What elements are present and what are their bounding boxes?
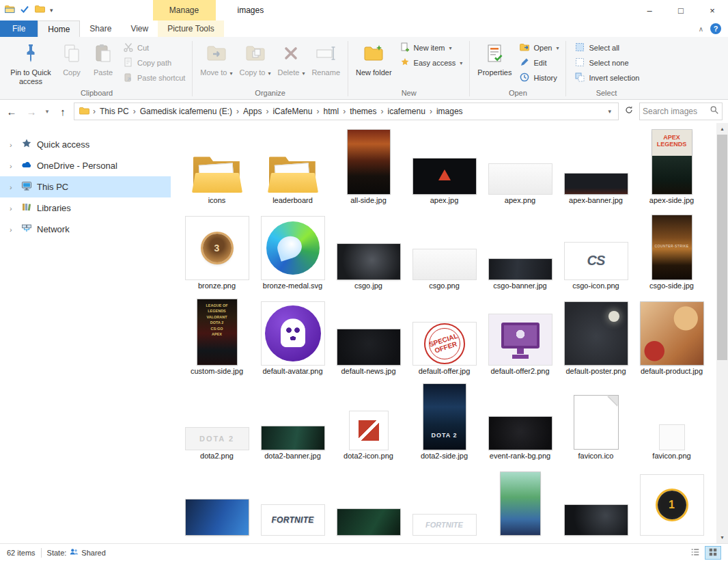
breadcrumb-item[interactable]: icafemenu [384,107,429,116]
file-item[interactable] [179,469,255,543]
file-item[interactable]: FORTNITE [255,469,331,543]
tab-share[interactable]: Share [80,20,121,37]
breadcrumb-item[interactable]: Apps [240,107,265,116]
file-item[interactable]: default-avatar.png [255,299,331,377]
address-dropdown-icon[interactable]: ▾ [602,108,617,115]
file-item[interactable]: default-offer2.png [482,299,558,377]
copy-button[interactable]: Copy [56,40,87,77]
breadcrumb-item[interactable]: iCafeMenu [269,107,316,116]
file-item[interactable]: apex.png [482,128,558,206]
file-item[interactable]: SPECIAL OFFER default-offer.jpg [406,299,482,377]
breadcrumb-item[interactable]: themes [346,107,380,116]
file-item[interactable]: event-rank-bg.png [482,384,558,461]
file-item[interactable]: favicon.ico [558,384,634,461]
file-item[interactable]: LEAGUE OF LEGENDS VALORANT DOTA 2 CS:GO … [179,299,255,377]
file-item[interactable]: FORTNITE [406,469,482,543]
search-icon[interactable] [710,105,719,118]
file-item[interactable]: csgo-banner.jpg [482,214,558,291]
file-item[interactable]: CS csgo-icon.png [558,214,634,291]
file-item[interactable]: 1 [634,469,710,543]
file-item[interactable]: favicon.png [634,384,710,461]
easy-access-button[interactable]: Easy access ▾ [397,55,466,70]
file-item[interactable]: DOTA 2 dota2-side.jpg [406,384,482,461]
help-icon[interactable]: ? [710,23,721,34]
open-button[interactable]: Open ▾ [516,40,561,55]
refresh-button[interactable] [621,102,637,120]
chevron-right-icon[interactable]: › [10,204,16,213]
breadcrumb-item[interactable]: images [433,107,466,116]
file-item[interactable] [558,469,634,543]
sidebar-item-libraries[interactable]: › Libraries [0,197,171,219]
breadcrumb-item[interactable]: Gamedisk icafemenu (E:) [137,107,236,116]
scroll-down-icon[interactable]: ▾ [716,532,728,543]
file-item[interactable]: bronze-medal.svg [255,214,331,291]
tab-home[interactable]: Home [38,20,80,37]
up-button[interactable]: ↑ [54,102,72,120]
invert-selection-button[interactable]: Invert selection [572,70,642,85]
file-item[interactable]: leaderboard [255,128,331,206]
file-item[interactable]: DOTA 2 dota2.png [179,384,255,461]
file-item[interactable]: csgo.jpg [331,214,406,291]
select-none-button[interactable]: Select none [572,55,642,70]
paste-button[interactable]: Paste [87,40,119,77]
file-item[interactable]: apex-banner.jpg [558,128,634,206]
file-item[interactable]: apex.jpg [406,128,482,206]
qat-dropdown-icon[interactable]: ▾ [50,7,53,14]
new-folder-button[interactable]: New folder [352,40,395,77]
thumbnail-view-button[interactable] [705,546,721,560]
collapse-ribbon-icon[interactable]: ∧ [699,25,703,33]
pin-to-quick-access-button[interactable]: Pin to Quick access [5,40,56,85]
paste-shortcut-button[interactable]: Paste shortcut [120,70,188,85]
move-to-button[interactable]: Move to ▾ [197,40,236,77]
sidebar-item-onedrive[interactable]: › OneDrive - Personal [0,155,171,176]
search-input[interactable] [643,107,710,116]
vertical-scrollbar[interactable]: ▴ ▾ [716,123,728,543]
new-item-button[interactable]: New item ▾ [397,40,466,55]
rename-button[interactable]: Rename [308,40,344,77]
tab-picture-tools[interactable]: Picture Tools [158,20,223,37]
file-item[interactable]: COUNTER-STRIKE csgo-side.jpg [634,214,710,291]
breadcrumb-item[interactable]: html [320,107,342,116]
manage-contextual-chip[interactable]: Manage [153,0,216,20]
sidebar-item-network[interactable]: › Network [0,219,171,240]
file-item[interactable]: csgo.png [406,214,482,291]
close-button[interactable]: × [697,0,728,20]
details-view-button[interactable] [687,546,703,560]
file-item[interactable]: APEX LEGENDS apex-side.jpg [634,128,710,206]
properties-button[interactable]: Properties [474,40,515,77]
file-item[interactable] [331,469,406,543]
maximize-button[interactable]: □ [665,0,697,20]
qat-check-icon[interactable] [19,3,30,17]
breadcrumb-item[interactable]: This PC [96,107,132,116]
select-all-button[interactable]: Select all [572,40,642,55]
breadcrumb[interactable]: › This PC › Gamedisk icafemenu (E:) › Ap… [74,102,619,120]
delete-button[interactable]: Delete ▾ [275,40,309,77]
cut-button[interactable]: Cut [120,40,188,55]
file-item[interactable]: 3 bronze.png [179,214,255,291]
forward-button[interactable]: → [23,102,40,120]
file-item[interactable]: dota2-icon.png [331,384,406,461]
file-item[interactable]: default-poster.png [558,299,634,377]
file-item[interactable]: dota2-banner.jpg [255,384,331,461]
sidebar-item-this-pc[interactable]: › This PC [0,176,171,197]
scrollbar-thumb[interactable] [717,135,727,360]
file-item[interactable]: all-side.jpg [331,128,406,206]
file-item[interactable] [482,469,558,543]
scroll-up-icon[interactable]: ▴ [716,123,728,135]
tab-file[interactable]: File [0,20,38,37]
file-item[interactable]: icons [179,128,255,206]
copy-to-button[interactable]: Copy to ▾ [236,40,275,77]
qat-folder-icon[interactable] [34,3,45,17]
minimize-button[interactable]: – [634,0,665,20]
history-button[interactable]: History [516,70,561,85]
sidebar-item-quick-access[interactable]: › Quick access [0,134,171,155]
edit-button[interactable]: Edit [516,55,561,70]
chevron-right-icon[interactable]: › [10,162,16,170]
recent-locations-button[interactable]: ▾ [42,102,52,120]
chevron-right-icon[interactable]: › [10,141,16,149]
back-button[interactable]: ← [3,102,20,120]
chevron-right-icon[interactable]: › [10,183,16,191]
copy-path-button[interactable]: Copy path [120,55,188,70]
file-item[interactable]: default-news.jpg [331,299,406,377]
chevron-right-icon[interactable]: › [10,225,16,234]
